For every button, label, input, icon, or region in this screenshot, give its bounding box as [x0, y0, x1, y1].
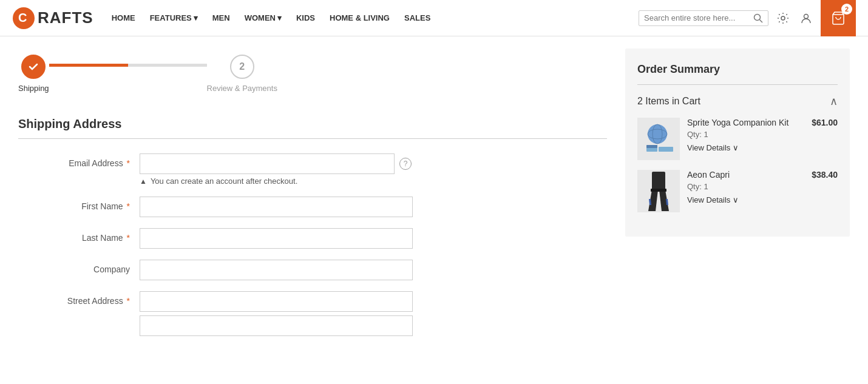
section-title: Shipping Address: [18, 117, 607, 131]
required-star: *: [127, 233, 130, 243]
items-count: 2: [637, 96, 643, 106]
email-label: Email Address *: [18, 153, 140, 168]
email-input[interactable]: [140, 153, 395, 174]
checkmark-icon: [28, 61, 39, 72]
order-summary-divider: [637, 84, 838, 85]
settings-button[interactable]: [775, 10, 792, 27]
first-name-input[interactable]: [140, 197, 413, 217]
search-icon: [753, 13, 763, 23]
step-1-circle: [21, 55, 46, 79]
header: C RAFTS HOME FEATURES ▾ MEN WOMEN ▾ KIDS…: [0, 0, 868, 36]
chevron-down-icon: ∨: [733, 195, 739, 204]
step-2-circle: 2: [230, 55, 254, 79]
cart-button[interactable]: 2: [821, 0, 856, 36]
connector-done: [49, 64, 128, 67]
view-details-label-capri: View Details: [687, 195, 730, 204]
nav-home-living[interactable]: HOME & LIVING: [330, 13, 390, 22]
svg-point-7: [648, 124, 667, 144]
street-address-line2[interactable]: [140, 315, 413, 336]
svg-rect-11: [646, 145, 657, 148]
items-in-cart-row: 2 Items in Cart ∧: [637, 95, 838, 108]
view-details-label: View Details: [687, 143, 730, 152]
nav-home[interactable]: HOME: [112, 13, 135, 22]
chevron-down-icon: ▾: [277, 13, 282, 22]
svg-point-5: [804, 14, 809, 18]
nav-women[interactable]: WOMEN ▾: [245, 13, 282, 22]
cart-badge: 2: [841, 4, 852, 15]
step-2: 2 Review & Payments: [207, 55, 277, 93]
connector-pending: [128, 64, 207, 67]
street-address-row: Street Address *: [18, 291, 607, 336]
first-name-input-wrap: [140, 197, 607, 217]
header-right: 2: [639, 0, 856, 36]
email-row: Email Address * ? ▲ You can create an ac…: [18, 153, 607, 186]
step-1: Shipping: [18, 55, 49, 93]
svg-rect-13: [652, 172, 665, 190]
required-star: *: [127, 201, 130, 211]
main-nav: HOME FEATURES ▾ MEN WOMEN ▾ KIDS HOME & …: [112, 13, 639, 22]
right-panel: Order Summary 2 Items in Cart ∧: [625, 49, 850, 347]
arrow-icon: ▲: [140, 177, 147, 186]
cart-item-name: Sprite Yoga Companion Kit: [687, 118, 788, 127]
user-icon: [800, 12, 812, 24]
logo-rafts-text: RAFTS: [38, 8, 93, 27]
gear-icon: [777, 12, 789, 24]
cart-item-details-yoga: Sprite Yoga Companion Kit $61.00 Qty: 1 …: [687, 118, 838, 152]
account-button[interactable]: [798, 10, 815, 27]
view-details-button-yoga[interactable]: View Details ∨: [687, 143, 739, 152]
svg-rect-14: [651, 189, 666, 192]
logo-text: RAFTS: [38, 8, 93, 27]
logo[interactable]: C RAFTS: [12, 7, 93, 30]
cart-item-qty: Qty: 1: [687, 130, 838, 139]
connectors: [49, 64, 207, 67]
cart-item-details-capri: Aeon Capri $38.40 Qty: 1 View Details ∨: [687, 170, 838, 204]
search-button[interactable]: [753, 13, 763, 23]
account-hint-text: You can create an account after checkout…: [151, 177, 297, 186]
order-summary-title: Order Summary: [637, 63, 838, 76]
help-icon[interactable]: ?: [399, 158, 412, 170]
logo-icon: C: [12, 7, 35, 30]
svg-rect-12: [659, 147, 673, 152]
last-name-input-wrap: [140, 228, 607, 249]
chevron-down-icon: ▾: [194, 13, 198, 22]
first-name-row: First Name *: [18, 197, 607, 217]
step-2-label: Review & Payments: [207, 84, 277, 93]
checkout-steps: Shipping 2 Review & Payments: [18, 49, 607, 99]
cart-item-price: $61.00: [812, 118, 838, 127]
street-address-line1[interactable]: [140, 291, 413, 312]
nav-kids[interactable]: KIDS: [296, 13, 315, 22]
nav-men[interactable]: MEN: [212, 13, 230, 22]
svg-text:C: C: [18, 11, 27, 24]
svg-point-2: [754, 14, 761, 20]
nav-features[interactable]: FEATURES ▾: [150, 13, 198, 22]
items-label: Items in Cart: [645, 96, 700, 106]
svg-line-3: [760, 19, 763, 22]
email-field-wrap: ? ▲ You can create an account after chec…: [140, 153, 419, 186]
nav-features-label: FEATURES: [150, 13, 192, 22]
email-input-wrap: ?: [140, 153, 419, 174]
capri-svg: [642, 172, 676, 211]
cart-item: Sprite Yoga Companion Kit $61.00 Qty: 1 …: [637, 118, 838, 160]
search-input[interactable]: [644, 13, 753, 22]
cart-item-price-capri: $38.40: [812, 170, 838, 180]
main-content: Shipping 2 Review & Payments Shipping Ad…: [0, 36, 868, 359]
cart-item-capri: Aeon Capri $38.40 Qty: 1 View Details ∨: [637, 170, 838, 212]
nav-sales[interactable]: SALES: [404, 13, 430, 22]
section-divider: [18, 138, 607, 139]
cart-item-image-yoga: [637, 118, 680, 160]
chevron-down-icon: ∨: [733, 143, 739, 152]
cart-item-name-capri: Aeon Capri: [687, 170, 730, 180]
step-2-number: 2: [239, 61, 245, 72]
svg-point-4: [781, 16, 785, 20]
search-box: [639, 10, 768, 26]
view-details-button-capri[interactable]: View Details ∨: [687, 195, 739, 204]
company-input[interactable]: [140, 260, 413, 280]
cart-item-qty-capri: Qty: 1: [687, 182, 838, 191]
collapse-cart-button[interactable]: ∧: [830, 95, 838, 108]
last-name-input[interactable]: [140, 228, 413, 249]
company-row: Company: [18, 260, 607, 280]
items-in-cart-label: 2 Items in Cart: [637, 96, 700, 107]
cart-item-name-price-row: Sprite Yoga Companion Kit $61.00: [687, 118, 838, 130]
step-1-label: Shipping: [18, 84, 49, 93]
required-star: *: [127, 296, 130, 306]
